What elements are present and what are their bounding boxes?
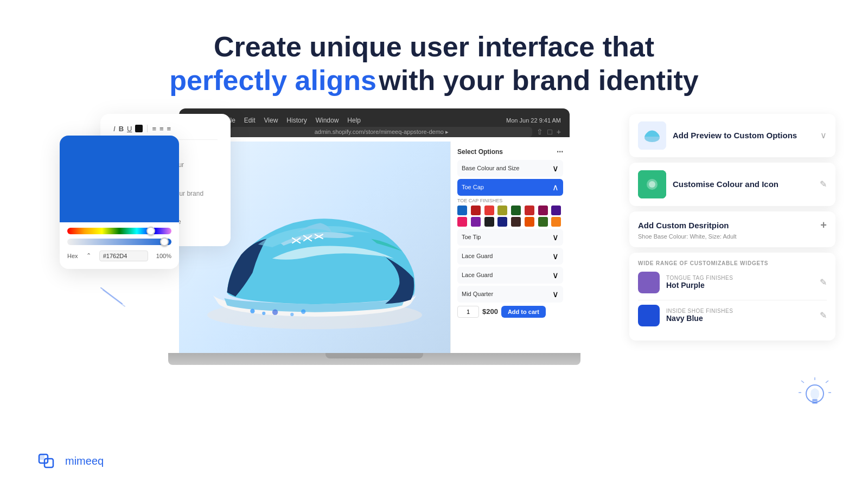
inside-shoe-edit-icon[interactable]: ✎ (820, 310, 827, 320)
add-custom-desc-plus[interactable]: + (820, 219, 827, 232)
svg-rect-26 (812, 402, 818, 404)
lace-guard2-chevron: ∨ (552, 270, 559, 280)
inside-shoe-item[interactable]: INSIDE SHOE FINISHES Navy Blue ✎ (638, 305, 827, 326)
add-custom-desc-card[interactable]: Add Custom Desritpion + Shoe Base Colour… (629, 211, 835, 247)
lace-guard-row[interactable]: Lace Guard ∨ (457, 248, 563, 265)
widget-section: WIDE RANGE OF CUSTOMIZABLE WIDGETS TONGU… (629, 253, 835, 341)
hex-input[interactable] (99, 251, 148, 261)
swatch-9[interactable] (457, 217, 467, 227)
swatch-2[interactable] (471, 206, 481, 215)
add-custom-desc-title: Add Custom Desritpion (638, 221, 729, 230)
options-menu-icon[interactable]: ⋯ (557, 148, 563, 156)
swatch-6[interactable] (525, 206, 534, 215)
svg-point-3 (250, 309, 254, 313)
color-sliders: Hex ⌃ 100% (60, 222, 179, 269)
swatch-1[interactable] (457, 206, 467, 215)
svg-point-18 (649, 181, 655, 188)
add-to-cart-row: $200 Add to cart (457, 306, 563, 318)
menu-bar:  Safari File Edit View History Window H… (188, 114, 561, 127)
hue-thumb (146, 227, 155, 235)
add-custom-desc-row: Add Custom Desritpion + (638, 219, 827, 232)
options-panel: Select Options ⋯ Base Colour and Size ∨ … (450, 142, 570, 353)
laptop-notch (326, 353, 423, 358)
color-preview[interactable] (60, 136, 179, 222)
swatch-14[interactable] (525, 217, 534, 227)
text-color-swatch[interactable] (135, 125, 143, 132)
menu-help[interactable]: Help (347, 117, 361, 124)
hero-line2-blue: perfectly aligns (169, 65, 376, 96)
menu-window[interactable]: Window (316, 117, 339, 124)
right-panel: Add Preview to Custom Options ∨ Customis… (629, 114, 835, 341)
swatch-8[interactable] (551, 206, 561, 215)
align-right-icon[interactable]: ≡ (167, 125, 171, 133)
add-preview-chevron[interactable]: ∨ (820, 130, 827, 140)
menu-edit[interactable]: Edit (244, 117, 256, 124)
bookmark-icon[interactable]: □ (547, 127, 552, 136)
swatch-3[interactable] (484, 206, 494, 215)
tongue-tag-item[interactable]: TONGUE TAG FINISHES Hot Purple ✎ (638, 272, 827, 293)
mid-quarter-row[interactable]: Mid Quarter ∨ (457, 286, 563, 303)
add-to-cart-button[interactable]: Add to cart (501, 306, 546, 318)
hue-slider[interactable] (67, 228, 171, 234)
add-preview-row[interactable]: Add Preview to Custom Options ∨ (629, 114, 835, 157)
hero-section: Create unique user interface that perfec… (0, 0, 868, 98)
mimeeq-logo-icon (38, 450, 60, 472)
toolbar-divider (147, 125, 148, 132)
swatch-16[interactable] (551, 217, 561, 227)
inside-shoe-value: Navy Blue (666, 314, 813, 323)
url-bar[interactable]: admin.shopify.com/store/mimeeq-appstore-… (231, 127, 532, 137)
add-preview-title: Add Preview to Custom Options (673, 131, 814, 140)
toe-cap-row[interactable]: Toe Cap ∧ (457, 179, 563, 196)
qty-input[interactable] (457, 306, 479, 318)
menu-view[interactable]: View (264, 117, 278, 124)
align-left-icon[interactable]: ≡ (152, 125, 156, 133)
opacity-slider[interactable] (67, 239, 171, 245)
tongue-tag-edit-icon[interactable]: ✎ (820, 277, 827, 287)
menu-history[interactable]: History (286, 117, 307, 124)
deco-lines (100, 287, 133, 317)
swatch-4[interactable] (497, 206, 507, 215)
color-picker-panel[interactable]: Hex ⌃ 100% (60, 136, 179, 269)
italic-icon[interactable]: I (113, 125, 116, 133)
tongue-tag-value: Hot Purple (666, 281, 813, 290)
base-colour-row[interactable]: Base Colour and Size ∨ (457, 160, 563, 177)
swatch-11[interactable] (484, 217, 494, 227)
bold-icon[interactable]: B (119, 125, 124, 133)
svg-line-20 (826, 381, 828, 383)
customise-colour-thumb (638, 170, 666, 198)
share-icon[interactable]: ⇧ (537, 127, 543, 136)
hero-line1: Create unique user interface that (0, 30, 868, 63)
customise-colour-card: Customise Colour and Icon ✎ (629, 163, 835, 206)
toe-tip-row[interactable]: Toe Tip ∨ (457, 229, 563, 246)
swatch-7[interactable] (538, 206, 548, 215)
lace-guard-row2[interactable]: Lace Guard ∨ (457, 267, 563, 284)
base-colour-label: Base Colour and Size (462, 165, 519, 171)
customise-colour-edit-icon[interactable]: ✎ (820, 179, 827, 189)
logo-text: mimeeq (65, 455, 104, 467)
mid-quarter-chevron: ∨ (552, 289, 559, 299)
widget-divider (638, 300, 827, 300)
browser-right-icons: ⇧ □ + (537, 127, 561, 136)
mid-quarter-label: Mid Quarter (462, 291, 493, 297)
browser-content: Select Options ⋯ Base Colour and Size ∨ … (179, 142, 570, 353)
align-center-icon[interactable]: ≡ (159, 125, 164, 133)
customise-colour-row[interactable]: Customise Colour and Icon ✎ (629, 163, 835, 206)
lace-guard-label2: Lace Guard (462, 272, 493, 278)
toe-cap-chevron: ∧ (552, 182, 559, 192)
swatch-12[interactable] (497, 217, 507, 227)
svg-point-4 (262, 312, 265, 315)
new-tab-icon[interactable]: + (557, 127, 561, 136)
customise-colour-title: Customise Colour and Icon (673, 179, 813, 189)
swatch-10[interactable] (471, 217, 481, 227)
toe-cap-finishes-label: TOE CAP FINISHES (457, 198, 563, 203)
toe-tip-chevron: ∨ (552, 232, 559, 242)
add-preview-info: Add Preview to Custom Options (673, 131, 814, 140)
underline-icon[interactable]: U (127, 125, 132, 133)
hex-row: Hex ⌃ 100% (67, 251, 171, 261)
tongue-tag-label: TONGUE TAG FINISHES (666, 275, 813, 281)
swatch-13[interactable] (511, 217, 521, 227)
swatch-5[interactable] (511, 206, 521, 215)
svg-rect-29 (39, 454, 44, 460)
swatch-15[interactable] (538, 217, 548, 227)
inside-shoe-info: INSIDE SHOE FINISHES Navy Blue (666, 308, 813, 323)
